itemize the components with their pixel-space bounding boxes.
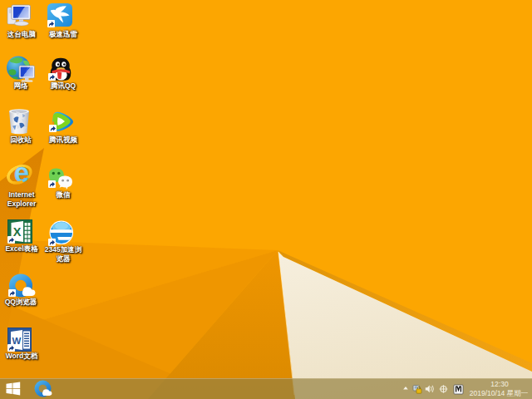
svg-text:W: W	[12, 336, 22, 346]
